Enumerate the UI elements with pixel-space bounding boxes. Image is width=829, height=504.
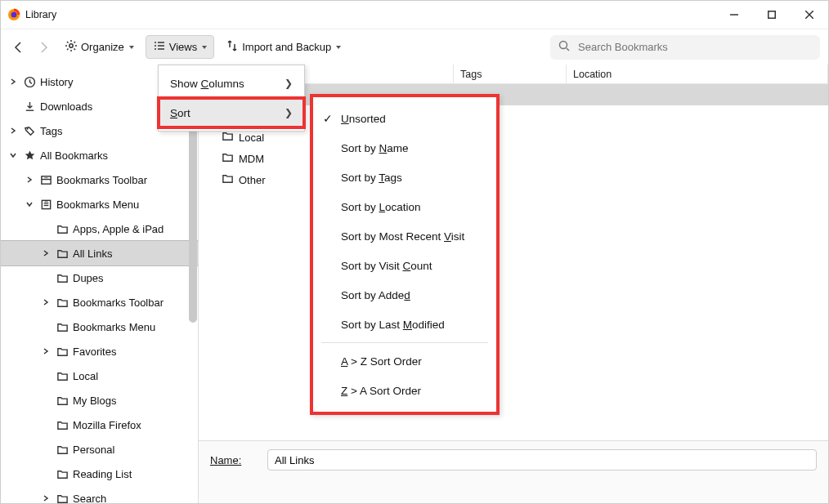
sort-za[interactable]: Z > A Sort Order xyxy=(313,376,496,405)
folder-icon xyxy=(222,151,234,166)
search-icon xyxy=(558,40,570,54)
svg-rect-3 xyxy=(769,11,776,19)
sidebar-item[interactable]: All Bookmarks xyxy=(1,143,198,167)
list-row[interactable]: MDM xyxy=(199,148,828,169)
svg-rect-19 xyxy=(42,200,50,208)
sort-by-location[interactable]: Sort by Location xyxy=(313,192,496,221)
sidebar-item-label: Bookmarks Toolbar xyxy=(73,297,164,309)
chevron-right-icon[interactable] xyxy=(40,347,52,355)
caret-icon xyxy=(129,46,134,49)
folder-icon xyxy=(55,395,69,407)
chevron-right-icon[interactable] xyxy=(7,127,19,135)
folder-icon xyxy=(55,248,69,260)
sidebar-item[interactable]: Bookmarks Toolbar xyxy=(1,167,198,192)
folder-icon xyxy=(55,272,69,284)
sidebar-item-label: All Links xyxy=(73,248,112,260)
list-row-label: Other xyxy=(239,174,266,186)
chevron-down-icon[interactable] xyxy=(7,151,19,159)
sort-by-tags[interactable]: Sort by Tags xyxy=(313,163,496,192)
sidebar-item[interactable]: Mozilla Firefox xyxy=(1,413,198,437)
maximize-button[interactable] xyxy=(753,1,791,29)
svg-point-1 xyxy=(11,12,17,18)
sort-by-visit-count[interactable]: Sort by Visit Count xyxy=(313,251,496,280)
caret-icon xyxy=(336,46,341,49)
search-box[interactable] xyxy=(550,35,820,60)
sidebar-item-label: My Blogs xyxy=(73,395,116,407)
sidebar-item[interactable]: Local xyxy=(1,364,198,388)
back-button[interactable] xyxy=(9,38,29,57)
list-row-label: Local xyxy=(239,132,264,144)
folder-icon xyxy=(55,297,69,309)
search-input[interactable] xyxy=(576,40,812,54)
chevron-right-icon[interactable] xyxy=(40,298,52,306)
menu-show-columns[interactable]: Show Columns ❯ xyxy=(159,69,304,98)
sidebar-item-label: All Bookmarks xyxy=(40,149,108,162)
sidebar-item[interactable]: Personal xyxy=(1,437,198,462)
folder-icon xyxy=(222,130,234,145)
chevron-right-icon[interactable] xyxy=(40,494,52,502)
menu-icon xyxy=(38,198,53,211)
organize-dropdown[interactable]: Organize xyxy=(58,36,141,58)
chevron-right-icon[interactable] xyxy=(7,78,19,86)
sort-by-added[interactable]: Sort by Added xyxy=(313,280,496,310)
chevron-right-icon: ❯ xyxy=(285,107,293,118)
list-area[interactable]: All LinksDupesLocalMDMOther xyxy=(199,84,828,440)
sidebar-item[interactable]: My Blogs xyxy=(1,388,198,413)
folder-icon xyxy=(55,444,69,456)
clock-icon xyxy=(22,76,37,88)
folder-icon xyxy=(55,370,69,382)
menu-sort[interactable]: Sort ❯ xyxy=(159,98,304,127)
toolbar-icon xyxy=(38,174,53,186)
sort-by-name[interactable]: Sort by Name xyxy=(313,133,496,163)
library-window: Library Organize Views xyxy=(0,0,829,504)
sidebar-item[interactable]: Search xyxy=(1,486,198,503)
close-button[interactable] xyxy=(791,1,828,29)
sidebar-item[interactable]: Bookmarks Menu xyxy=(1,314,198,339)
sidebar-item[interactable]: Dupes xyxy=(1,265,198,290)
sort-submenu[interactable]: ✓ Unsorted Sort by Name Sort by Tags Sor… xyxy=(310,94,500,415)
check-icon: ✓ xyxy=(321,112,334,125)
column-tags[interactable]: Tags xyxy=(454,65,567,83)
sidebar-item[interactable]: Bookmarks Toolbar xyxy=(1,290,198,314)
chevron-right-icon: ❯ xyxy=(285,78,293,89)
sidebar-item[interactable]: Reading List xyxy=(1,462,198,486)
sidebar-item-label: Local xyxy=(73,370,98,382)
folder-icon xyxy=(222,172,234,187)
star-fill-icon xyxy=(22,149,37,162)
folder-icon xyxy=(55,419,69,431)
folder-icon xyxy=(55,468,69,480)
sort-by-recent-visit[interactable]: Sort by Most Recent Visit xyxy=(313,221,496,251)
sidebar-item-label: Bookmarks Menu xyxy=(73,321,155,333)
sidebar-item[interactable]: Favorites xyxy=(1,339,198,364)
list-row[interactable]: Other xyxy=(199,169,828,190)
toolbar: Organize Views Import and Backup xyxy=(1,29,828,65)
sort-az[interactable]: A > Z Sort Order xyxy=(313,346,496,376)
sidebar-item[interactable]: Bookmarks Menu xyxy=(1,192,198,216)
forward-button[interactable] xyxy=(34,38,53,57)
import-backup-dropdown[interactable]: Import and Backup xyxy=(219,36,347,58)
sidebar-item-label: Reading List xyxy=(73,468,132,480)
views-label: Views xyxy=(169,41,197,53)
sidebar-item-label: Mozilla Firefox xyxy=(73,419,141,431)
column-location[interactable]: Location xyxy=(567,65,828,83)
sidebar-item-label: Favorites xyxy=(73,346,116,358)
minimize-button[interactable] xyxy=(715,1,753,29)
views-dropdown[interactable]: Views xyxy=(146,35,214,59)
chevron-right-icon[interactable] xyxy=(24,176,35,184)
details-name-input[interactable] xyxy=(267,449,817,471)
folder-icon xyxy=(55,346,69,358)
firefox-icon xyxy=(7,8,20,21)
folder-icon xyxy=(55,223,69,235)
sort-by-last-modified[interactable]: Sort by Last Modified xyxy=(313,310,496,339)
sidebar-item[interactable]: Apps, Apple & iPad xyxy=(1,216,198,241)
svg-point-13 xyxy=(560,42,567,49)
download-icon xyxy=(22,100,37,113)
svg-point-9 xyxy=(155,48,156,50)
window-title: Library xyxy=(25,9,56,20)
details-name-label: Name: xyxy=(210,454,259,466)
chevron-down-icon[interactable] xyxy=(24,200,35,208)
views-menu[interactable]: Show Columns ❯ Sort ❯ xyxy=(158,65,305,132)
sidebar-item[interactable]: All Links xyxy=(1,241,198,265)
sort-unsorted[interactable]: ✓ Unsorted xyxy=(313,104,496,133)
chevron-right-icon[interactable] xyxy=(40,249,52,257)
